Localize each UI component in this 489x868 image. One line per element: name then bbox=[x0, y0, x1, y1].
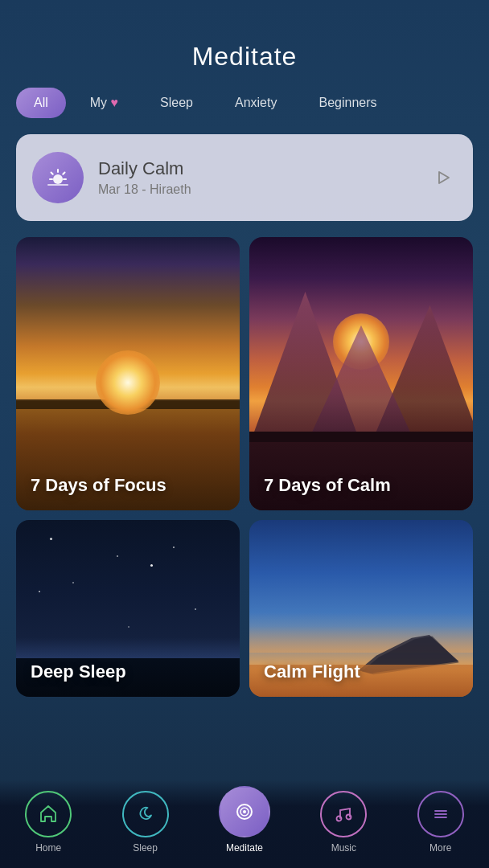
nav-item-sleep[interactable]: Sleep bbox=[122, 791, 169, 854]
daily-calm-text: Daily Calm Mar 18 - Hiraeth bbox=[98, 158, 413, 197]
page-title: Meditate bbox=[0, 42, 489, 72]
play-button[interactable] bbox=[428, 163, 457, 192]
svg-point-11 bbox=[337, 817, 342, 821]
nav-label-more: More bbox=[429, 842, 451, 854]
card-plane-label: Calm Flight bbox=[264, 661, 465, 682]
nav-label-music: Music bbox=[331, 842, 356, 854]
card-calm[interactable]: 7 Days of Calm bbox=[249, 237, 473, 510]
tab-my[interactable]: My ♥ bbox=[72, 88, 136, 118]
nav-item-more[interactable]: More bbox=[417, 791, 464, 854]
svg-point-12 bbox=[347, 815, 351, 820]
nav-label-sleep: Sleep bbox=[133, 842, 158, 854]
tab-all[interactable]: All bbox=[16, 88, 66, 118]
card-focus-label: 7 Days of Focus bbox=[31, 475, 232, 496]
card-dark[interactable]: Deep Sleep bbox=[16, 520, 240, 697]
header: Meditate bbox=[0, 0, 489, 88]
nav-icon-music bbox=[320, 791, 367, 837]
daily-calm-card[interactable]: Daily Calm Mar 18 - Hiraeth bbox=[16, 134, 473, 221]
svg-marker-7 bbox=[439, 172, 449, 183]
card-plane[interactable]: Calm Flight bbox=[249, 520, 473, 697]
nav-label-meditate: Meditate bbox=[226, 842, 263, 854]
nav-icon-meditate bbox=[219, 786, 270, 837]
daily-calm-subtitle: Mar 18 - Hiraeth bbox=[98, 182, 413, 197]
bottom-nav: Home Sleep Meditate bbox=[0, 780, 489, 868]
card-dark-label: Deep Sleep bbox=[31, 661, 232, 682]
nav-item-music[interactable]: Music bbox=[320, 791, 367, 854]
content-grid-bottom: Deep Sleep Calm Flight bbox=[0, 520, 489, 697]
tab-anxiety[interactable]: Anxiety bbox=[217, 88, 294, 118]
card-calm-label: 7 Days of Calm bbox=[264, 475, 465, 496]
card-focus[interactable]: 7 Days of Focus bbox=[16, 237, 240, 510]
nav-icon-sleep bbox=[122, 791, 169, 837]
daily-calm-title: Daily Calm bbox=[98, 158, 413, 179]
nav-icon-home bbox=[25, 791, 72, 837]
tab-sleep[interactable]: Sleep bbox=[142, 88, 211, 118]
nav-icon-more bbox=[417, 791, 464, 837]
svg-point-0 bbox=[53, 174, 63, 184]
card-focus-sun bbox=[96, 350, 160, 415]
nav-label-home: Home bbox=[35, 842, 61, 854]
daily-calm-icon bbox=[32, 152, 84, 203]
svg-line-4 bbox=[51, 173, 53, 174]
tab-beginners[interactable]: Beginners bbox=[301, 88, 394, 118]
filter-tabs: All My ♥ Sleep Anxiety Beginners bbox=[0, 88, 489, 134]
nav-item-home[interactable]: Home bbox=[25, 791, 72, 854]
nav-items: Home Sleep Meditate bbox=[0, 786, 489, 854]
content-grid: 7 Days of Focus 7 Days of Calm bbox=[0, 237, 489, 510]
nav-item-meditate[interactable]: Meditate bbox=[219, 786, 270, 854]
svg-point-10 bbox=[243, 810, 246, 813]
svg-line-2 bbox=[63, 173, 64, 174]
